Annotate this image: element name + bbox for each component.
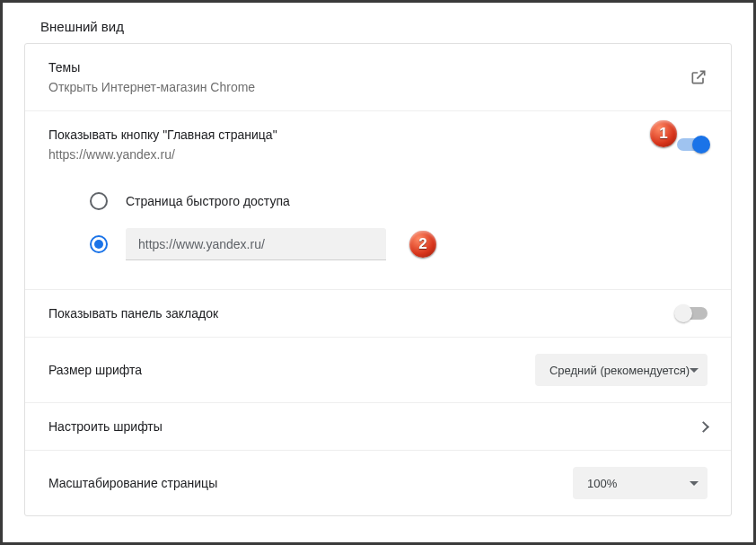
home-button-row: Показывать кнопку "Главная страница" htt… — [25, 111, 731, 178]
home-button-url: https://www.yandex.ru/ — [48, 147, 277, 162]
appearance-card: Темы Открыть Интернет-магазин Chrome Пок… — [24, 43, 732, 516]
customize-fonts-row[interactable]: Настроить шрифты — [25, 403, 731, 451]
radio-custom-url[interactable] — [90, 235, 108, 253]
bookmarks-bar-label: Показывать панель закладок — [48, 306, 218, 321]
themes-title: Темы — [48, 60, 255, 75]
annotation-badge-2: 2 — [409, 231, 436, 258]
home-page-options: Страница быстрого доступа 2 — [25, 178, 731, 290]
themes-subtitle: Открыть Интернет-магазин Chrome — [48, 80, 255, 94]
themes-row[interactable]: Темы Открыть Интернет-магазин Chrome — [25, 44, 731, 111]
quick-access-label: Страница быстрого доступа — [126, 194, 290, 208]
page-zoom-label: Масштабирование страницы — [48, 476, 217, 490]
font-size-row: Размер шрифта Средний (рекомендуется) — [25, 338, 731, 403]
open-external-icon — [690, 68, 708, 86]
home-button-label: Показывать кнопку "Главная страница" — [48, 127, 277, 142]
page-zoom-value: 100% — [587, 477, 617, 490]
bookmarks-bar-row: Показывать панель закладок — [25, 290, 731, 338]
section-title: Внешний вид — [40, 19, 737, 34]
home-button-toggle[interactable] — [677, 138, 708, 151]
page-zoom-row: Масштабирование страницы 100% — [25, 451, 731, 515]
annotation-badge-1: 1 — [650, 120, 677, 147]
font-size-label: Размер шрифта — [48, 363, 142, 377]
home-url-input[interactable] — [126, 228, 386, 260]
radio-row-quick-access[interactable]: Страница быстрого доступа — [48, 183, 708, 219]
radio-row-custom-url[interactable]: 2 — [48, 219, 708, 269]
customize-fonts-label: Настроить шрифты — [48, 419, 163, 434]
page-zoom-select[interactable]: 100% — [573, 467, 708, 499]
chevron-right-icon — [698, 421, 709, 433]
font-size-select[interactable]: Средний (рекомендуется) — [535, 354, 708, 386]
dropdown-caret-icon — [690, 368, 699, 373]
dropdown-caret-icon — [690, 481, 699, 486]
radio-quick-access[interactable] — [90, 192, 108, 210]
bookmarks-bar-toggle[interactable] — [677, 307, 708, 320]
font-size-value: Средний (рекомендуется) — [549, 364, 690, 377]
